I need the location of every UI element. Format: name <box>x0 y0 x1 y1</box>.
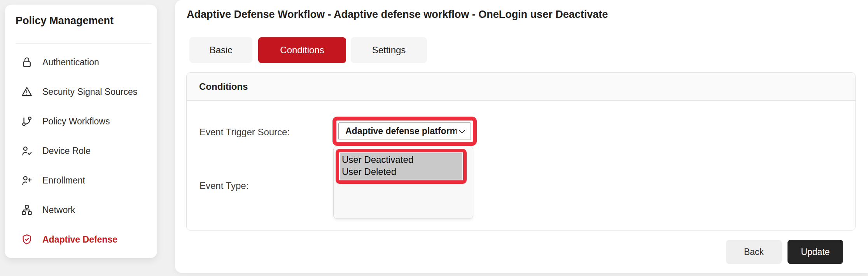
main-content: Adaptive Defense Workflow - Adaptive def… <box>175 0 868 273</box>
sidebar-item-authentication[interactable]: Authentication <box>5 47 157 77</box>
chevron-down-icon <box>457 126 467 137</box>
event-type-selected-options: User Deactivated User Deleted <box>340 153 462 180</box>
tab-bar: Basic Conditions Settings <box>189 37 427 63</box>
sidebar-item-label: Device Role <box>42 146 91 156</box>
tab-settings[interactable]: Settings <box>351 37 427 63</box>
warning-icon <box>21 86 33 98</box>
workflow-icon <box>21 115 33 127</box>
shield-check-icon <box>21 234 33 245</box>
app-root: Policy Management Authentication Securit… <box>0 0 868 276</box>
sidebar-nav: Authentication Security Signal Sources <box>5 47 157 254</box>
network-icon <box>21 204 33 216</box>
sidebar-item-policy-workflows[interactable]: Policy Workflows <box>5 107 157 136</box>
sidebar-item-label: Policy Workflows <box>42 116 110 127</box>
person-check-icon <box>21 145 33 157</box>
conditions-panel: Conditions Event Trigger Source: Adaptiv… <box>186 72 856 231</box>
sidebar-item-label: Enrollment <box>42 175 85 186</box>
tab-conditions[interactable]: Conditions <box>258 37 346 63</box>
person-plus-icon <box>21 175 33 186</box>
sidebar-item-label: Network <box>42 205 75 215</box>
event-trigger-source-value: Adaptive defense platform ( <box>345 126 457 136</box>
sidebar-title: Policy Management <box>16 15 114 27</box>
sidebar-item-label: Authentication <box>42 57 99 68</box>
page-title: Adaptive Defense Workflow - Adaptive def… <box>187 9 608 21</box>
event-type-option-user-deactivated[interactable]: User Deactivated <box>342 154 462 166</box>
sidebar-item-device-role[interactable]: Device Role <box>5 136 157 166</box>
event-type-label: Event Type: <box>200 180 248 191</box>
lock-icon <box>21 56 33 68</box>
tab-basic[interactable]: Basic <box>189 37 252 63</box>
sidebar: Policy Management Authentication Securit… <box>5 5 157 258</box>
sidebar-item-network[interactable]: Network <box>5 195 157 225</box>
back-button[interactable]: Back <box>726 240 782 264</box>
event-trigger-source-label: Event Trigger Source: <box>200 127 290 138</box>
event-type-option-user-deleted[interactable]: User Deleted <box>342 166 462 178</box>
sidebar-item-enrollment[interactable]: Enrollment <box>5 166 157 195</box>
sidebar-item-adaptive-defense[interactable]: Adaptive Defense <box>5 225 157 254</box>
highlight-annotation-select: Adaptive defense platform ( <box>332 117 477 146</box>
conditions-panel-header: Conditions <box>187 73 855 101</box>
sidebar-item-label: Security Signal Sources <box>42 87 137 97</box>
sidebar-item-label: Adaptive Defense <box>42 234 117 245</box>
sidebar-item-security-signal-sources[interactable]: Security Signal Sources <box>5 77 157 107</box>
update-button[interactable]: Update <box>788 240 843 264</box>
sidebar-divider <box>16 43 152 44</box>
highlight-annotation-options: User Deactivated User Deleted <box>336 149 467 184</box>
event-trigger-source-select[interactable]: Adaptive defense platform ( <box>338 122 471 140</box>
